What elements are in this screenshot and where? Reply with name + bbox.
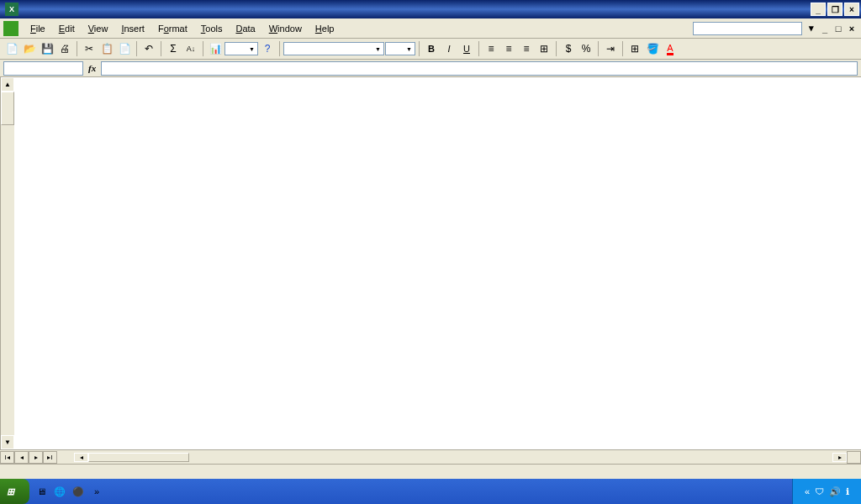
titlebar: X _ ❐ × — [0, 0, 861, 18]
taskbar: ⊞ 🖥 🌐 ⚫ » « 🛡 🔊 ℹ — [0, 479, 861, 504]
quick-launch: 🖥 🌐 ⚫ » — [33, 483, 105, 500]
fill-color-icon[interactable]: 🪣 — [644, 40, 661, 57]
currency-icon[interactable]: $ — [560, 40, 577, 57]
indent-icon[interactable]: ⇥ — [602, 40, 619, 57]
toolbar-standard: 📄 📂 💾 🖨 ✂ 📋 📄 ↶ Σ A↓ 📊 ▼ ? ▼ ▼ B I U ≡ ≡… — [0, 39, 861, 60]
menu-help[interactable]: Help — [309, 22, 341, 35]
align-right-icon[interactable]: ≡ — [518, 40, 535, 57]
horizontal-scrollbar[interactable]: ◂ ▸ — [74, 453, 847, 462]
ql-icon[interactable]: 🌐 — [51, 483, 68, 500]
fontsize-select[interactable]: ▼ — [385, 42, 415, 55]
scroll-thumb-h[interactable] — [88, 453, 189, 462]
font-color-icon[interactable]: A — [662, 40, 679, 57]
help-search-input[interactable] — [693, 22, 802, 35]
tray-icon[interactable]: ℹ — [846, 486, 849, 497]
merge-icon[interactable]: ⊞ — [536, 40, 552, 57]
new-icon[interactable]: 📄 — [3, 40, 20, 57]
paste-icon[interactable]: 📄 — [116, 40, 133, 57]
formula-bar[interactable] — [101, 61, 858, 76]
scroll-thumb-v[interactable] — [1, 92, 14, 125]
fx-icon[interactable]: fx — [88, 63, 96, 73]
ql-icon[interactable]: ⚫ — [70, 483, 87, 500]
italic-button[interactable]: I — [441, 40, 457, 57]
borders-icon[interactable]: ⊞ — [626, 40, 643, 57]
menu-view[interactable]: View — [82, 22, 115, 35]
help-icon[interactable]: ? — [259, 40, 276, 57]
ql-icon[interactable]: » — [88, 483, 105, 500]
name-box[interactable] — [3, 61, 83, 76]
windows-logo-icon: ⊞ — [7, 486, 14, 497]
zoom-select[interactable]: ▼ — [224, 42, 258, 55]
menu-tools[interactable]: Tools — [194, 22, 230, 35]
tab-nav-last-icon[interactable]: ▸I — [43, 451, 57, 464]
bold-button[interactable]: B — [423, 40, 440, 57]
app-icon: X — [5, 3, 18, 16]
doc-restore-button[interactable]: _ — [819, 23, 831, 34]
tray-icon[interactable]: 🛡 — [815, 486, 824, 496]
ql-icon[interactable]: 🖥 — [33, 483, 50, 500]
menu-file[interactable]: File — [24, 22, 52, 35]
doc-close-button[interactable]: × — [846, 23, 858, 34]
menu-window[interactable]: Window — [262, 22, 309, 35]
maximize-button[interactable]: ❐ — [827, 3, 843, 16]
font-select[interactable]: ▼ — [283, 42, 384, 55]
minimize-button[interactable]: _ — [811, 3, 826, 16]
tab-nav-first-icon[interactable]: I◂ — [0, 451, 14, 464]
scroll-up-icon[interactable]: ▲ — [1, 77, 14, 92]
close-button[interactable]: × — [844, 3, 859, 16]
tray-icon[interactable]: « — [805, 486, 810, 496]
menu-edit[interactable]: Edit — [52, 22, 82, 35]
vertical-scrollbar[interactable]: ▲ ▼ — [0, 77, 14, 449]
cut-icon[interactable]: ✂ — [81, 40, 98, 57]
sort-icon[interactable]: A↓ — [182, 40, 199, 57]
scroll-down-icon[interactable]: ▼ — [1, 435, 14, 449]
workbook-icon[interactable] — [3, 21, 18, 36]
open-icon[interactable]: 📂 — [21, 40, 38, 57]
percent-icon[interactable]: % — [578, 40, 594, 57]
menu-format[interactable]: Format — [151, 22, 194, 35]
system-tray[interactable]: « 🛡 🔊 ℹ — [792, 479, 861, 504]
align-center-icon[interactable]: ≡ — [500, 40, 517, 57]
start-button[interactable]: ⊞ — [0, 479, 29, 504]
menubar: File Edit View Insert Format Tools Data … — [0, 18, 861, 39]
spreadsheet-grid[interactable]: ▲ ▼ — [0, 77, 861, 449]
print-icon[interactable]: 🖨 — [56, 40, 73, 57]
scroll-left-icon[interactable]: ◂ — [74, 453, 88, 462]
tray-icon[interactable]: 🔊 — [829, 486, 841, 497]
menu-data[interactable]: Data — [229, 22, 261, 35]
align-left-icon[interactable]: ≡ — [483, 40, 499, 57]
undo-icon[interactable]: ↶ — [140, 40, 157, 57]
autosum-icon[interactable]: Σ — [165, 40, 182, 57]
doc-minimize-button[interactable]: ▾ — [806, 23, 817, 34]
tab-nav-prev-icon[interactable]: ◂ — [14, 451, 29, 464]
chart-icon[interactable]: 📊 — [207, 40, 224, 57]
sheet-tabs-row: I◂ ◂ ▸ ▸I ◂ ▸ — [0, 449, 861, 464]
copy-icon[interactable]: 📋 — [98, 40, 115, 57]
tab-nav-next-icon[interactable]: ▸ — [29, 451, 43, 464]
formula-bar-row: fx — [0, 60, 861, 77]
underline-button[interactable]: U — [458, 40, 475, 57]
doc-maximize-button[interactable]: □ — [832, 23, 844, 34]
save-icon[interactable]: 💾 — [39, 40, 55, 57]
status-bar — [0, 464, 861, 479]
menu-insert[interactable]: Insert — [114, 22, 151, 35]
scroll-right-icon[interactable]: ▸ — [832, 453, 847, 462]
